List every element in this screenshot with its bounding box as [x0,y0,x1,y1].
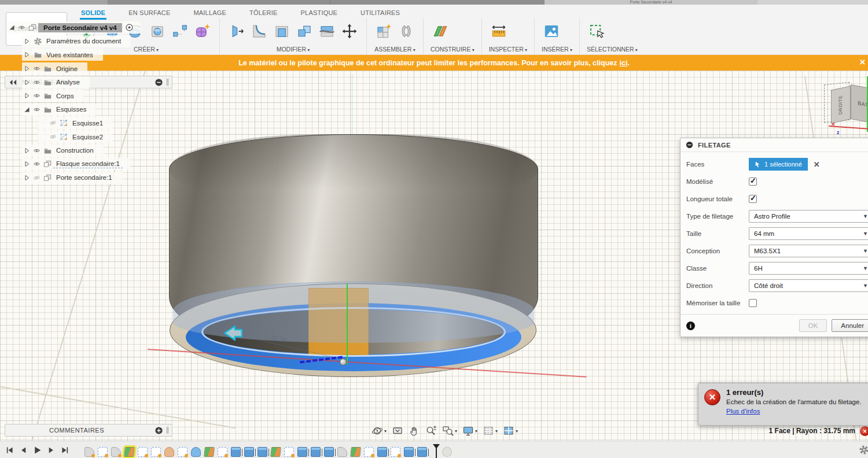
insert-image-button[interactable] [542,20,561,42]
expander-closed-icon[interactable] [22,79,32,86]
viewcube[interactable]: DROITE BAS ✕ z [824,79,868,139]
zoom-button[interactable] [425,425,437,437]
viewcube-face-right[interactable]: DROITE [831,86,851,123]
timeline-feature-fillet[interactable] [111,447,121,457]
tab-maillage[interactable]: MAILLAGE [192,7,227,20]
timeline-feature-sketch[interactable] [98,447,108,457]
tree-item-porte-secondaire-1[interactable]: Porte secondaire:1 [6,171,141,185]
group-label-assembler[interactable]: ASSEMBLER ▾ [374,46,416,54]
group-label-construire[interactable]: CONSTRUIRE ▾ [431,46,475,54]
select-button[interactable] [587,20,606,42]
error-more-info-link[interactable]: Plus d'infos [726,408,760,415]
tree-item-esquisse2[interactable]: Esquisse2 [6,130,141,144]
tree-item-label[interactable]: Esquisse1 [69,119,106,127]
timeline-feature-fillet[interactable] [84,447,94,457]
memoriser-la-taille-checkbox[interactable] [749,299,757,307]
tree-item-label[interactable]: Paramètres du document [43,37,124,45]
comments-panel-header[interactable]: COMMENTAIRES [5,424,172,437]
fit-button[interactable]: ▾ [442,425,457,437]
construction-plane-button[interactable] [431,20,450,42]
shell-button[interactable] [272,20,292,42]
eye-icon[interactable] [32,65,42,72]
plus-circle-icon[interactable] [155,426,163,435]
eye-off-icon[interactable] [48,119,58,127]
activate-component-icon[interactable] [125,23,134,32]
timeline-feature-ghost[interactable] [442,447,452,457]
document-tab[interactable] [108,0,330,5]
tree-item-corps[interactable]: Corps [6,89,141,103]
tree-item-vues-existantes[interactable]: Vues existantes [6,48,141,62]
type-de-filetage-dropdown[interactable]: Astro Profile▼ [749,210,868,223]
viewcube-face-bottom[interactable]: BAS [851,84,868,124]
timeline-feature-extrude[interactable] [417,447,427,457]
tree-item-parametres-du-document[interactable]: Paramètres du document [6,35,141,49]
timeline-feature-extrude[interactable] [244,447,254,457]
minus-circle-icon[interactable] [155,78,163,87]
tree-item-label[interactable]: Corps [53,92,77,100]
group-label-modifier[interactable]: MODIFIER ▾ [227,46,359,54]
timeline-feature-extrude[interactable] [377,447,387,457]
timeline-feature-sketch[interactable] [284,447,294,457]
tab-utilitaires[interactable]: UTILITAIRES [359,7,401,20]
classe-dropdown[interactable]: 6H▼ [749,262,868,275]
hole-button[interactable] [148,20,167,42]
gear-icon[interactable] [859,445,868,456]
timeline-marker[interactable] [432,444,439,458]
document-tab-active[interactable]: Porte Secondaire v4 v4 [545,0,757,5]
timeline-feature-extrude[interactable] [231,447,241,457]
tab-solide[interactable]: SOLIDE [80,7,106,20]
group-label-inspecter[interactable]: INSPECTER ▾ [489,46,527,54]
tree-item-label[interactable]: Analyse [53,78,83,86]
timeline-feature-revolve-blue[interactable] [191,447,201,457]
expander-closed-icon[interactable] [22,92,32,99]
error-badge[interactable]: ✕ [860,426,868,436]
step-forward-button[interactable] [45,444,57,456]
combine-button[interactable] [295,20,314,42]
timeline-feature-plane[interactable] [350,447,361,457]
tree-item-origine[interactable]: Origine [6,62,141,76]
tab-en-surface[interactable]: EN SURFACE [127,7,171,20]
panel-grip[interactable] [167,427,168,434]
group-label-inserer[interactable]: INSÉRER ▾ [542,46,572,54]
look-at-button[interactable] [392,425,403,437]
ok-button[interactable]: OK [799,319,827,332]
cancel-button[interactable]: Annuler [832,319,868,332]
timeline-feature-fillet-gray[interactable] [337,447,347,457]
clear-selection-icon[interactable]: ✕ [814,160,820,169]
timeline-feature-sketch[interactable] [218,447,227,457]
timeline-feature-plane[interactable] [204,447,215,457]
tree-item-porte-secondaire-v4-v4[interactable]: Porte Secondaire v4 v4 [6,21,141,35]
fillet-button[interactable] [249,20,269,42]
expander-closed-icon[interactable] [22,174,32,182]
tree-item-label[interactable]: Esquisses [53,105,89,113]
eye-icon[interactable] [32,147,42,154]
timeline-feature-sketch[interactable] [138,447,148,457]
longueur-totale-checkbox[interactable] [749,195,757,203]
press-pull-button[interactable] [227,20,247,42]
skip-start-button[interactable] [3,444,16,456]
tree-item-label[interactable]: Vues existantes [43,51,96,59]
eye-icon[interactable] [32,92,42,99]
timeline-feature-extrude[interactable] [258,447,267,457]
tree-item-label[interactable]: Esquisse2 [69,133,106,141]
eye-off-icon[interactable] [48,133,58,141]
tree-item-construction[interactable]: Construction [6,143,141,157]
tab-plastique[interactable]: PLASTIQUE [300,7,339,20]
expander-closed-icon[interactable] [22,51,32,58]
timeline-feature-plane[interactable] [270,447,281,457]
create-form-button[interactable] [193,20,212,42]
play-button[interactable] [31,444,43,456]
tree-item-esquisse1[interactable]: Esquisse1 [6,116,141,130]
origin-point[interactable] [340,359,347,365]
tree-item-analyse[interactable]: Analyse [6,75,141,89]
minus-circle-icon[interactable] [685,141,694,149]
orbit-button[interactable]: ▾ [372,425,387,437]
display-settings-button[interactable]: ▾ [462,425,477,437]
tree-item-label[interactable]: Flasque secondaire:1 [53,160,123,168]
panel-grip[interactable] [167,79,168,86]
tree-item-flasque-secondaire-1[interactable]: Flasque secondaire:1 [6,157,141,171]
timeline-feature-sketch[interactable] [391,447,400,457]
banner-link[interactable]: ici [619,59,627,67]
expander-closed-icon[interactable] [22,38,32,45]
document-tab[interactable] [330,0,545,5]
